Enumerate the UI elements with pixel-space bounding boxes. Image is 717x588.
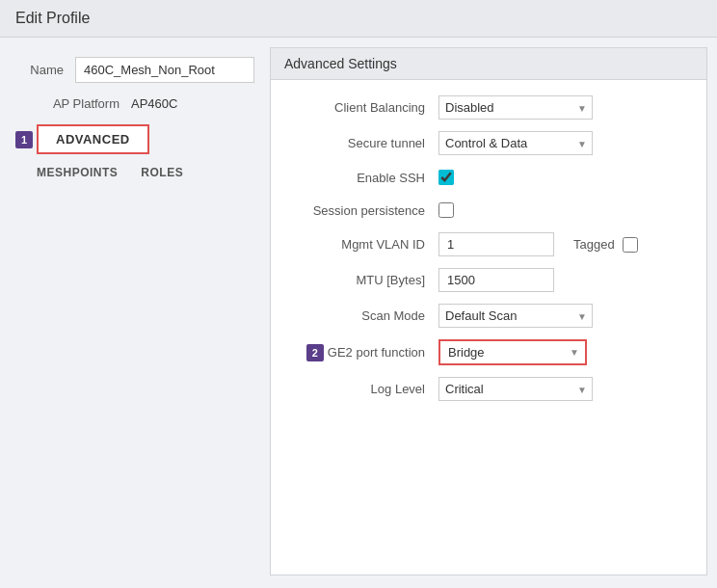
session-persistence-checkbox[interactable] bbox=[438, 202, 454, 218]
advanced-btn-row: 1 ADVANCED bbox=[15, 124, 254, 154]
enable-ssh-label: Enable SSH bbox=[284, 171, 438, 185]
nav-tabs-row: MESHPOINTS ROLES bbox=[15, 162, 254, 183]
panel-header: Advanced Settings bbox=[271, 48, 706, 80]
tab-meshpoints[interactable]: MESHPOINTS bbox=[37, 162, 118, 183]
ge2-port-label: 2GE2 port function bbox=[284, 344, 438, 361]
scan-mode-label: Scan Mode bbox=[284, 308, 438, 323]
enable-ssh-checkbox[interactable] bbox=[438, 170, 454, 185]
right-panel: Advanced Settings Client Balancing Disab… bbox=[270, 47, 707, 575]
mgmt-vlan-label: Mgmt VLAN ID bbox=[284, 237, 438, 252]
session-persistence-label: Session persistence bbox=[284, 203, 438, 218]
client-balancing-dropdown[interactable]: Disabled Enabled bbox=[438, 95, 593, 120]
secure-tunnel-control: Control & Data Control Only Disabled ▼ bbox=[438, 131, 693, 155]
tab-roles[interactable]: ROLES bbox=[141, 162, 183, 183]
client-balancing-dropdown-wrapper: Disabled Enabled ▼ bbox=[438, 95, 593, 120]
enable-ssh-row: Enable SSH bbox=[271, 161, 706, 194]
mtu-input[interactable] bbox=[438, 268, 554, 292]
step2-badge: 2 bbox=[306, 344, 324, 361]
ge2-arrow-icon: ▼ bbox=[570, 347, 585, 358]
ap-platform-row: AP Platform AP460C bbox=[15, 96, 254, 111]
client-balancing-row: Client Balancing Disabled Enabled ▼ bbox=[271, 90, 706, 125]
ap-platform-value: AP460C bbox=[131, 96, 177, 111]
log-level-dropdown[interactable]: Critical Error Warning Info Debug bbox=[438, 377, 593, 401]
name-row: Name bbox=[15, 57, 254, 83]
log-level-control: Critical Error Warning Info Debug ▼ bbox=[438, 377, 693, 401]
scan-mode-row: Scan Mode Default Scan Active Scan Passi… bbox=[271, 298, 706, 334]
secure-tunnel-label: Secure tunnel bbox=[284, 136, 438, 150]
secure-tunnel-dropdown-wrapper: Control & Data Control Only Disabled ▼ bbox=[438, 131, 593, 155]
ge2-port-control: Bridge WAN LAN ▼ bbox=[438, 339, 693, 365]
ge2-highlight-wrapper: Bridge WAN LAN ▼ bbox=[438, 339, 587, 365]
scan-mode-dropdown-wrapper: Default Scan Active Scan Passive Scan ▼ bbox=[438, 304, 593, 328]
secure-tunnel-row: Secure tunnel Control & Data Control Onl… bbox=[271, 125, 706, 161]
ap-platform-label: AP Platform bbox=[15, 96, 131, 111]
mgmt-vlan-row: Mgmt VLAN ID Tagged bbox=[271, 227, 706, 262]
advanced-button[interactable]: ADVANCED bbox=[37, 124, 149, 154]
page-title: Edit Profile bbox=[15, 10, 702, 27]
secure-tunnel-dropdown[interactable]: Control & Data Control Only Disabled bbox=[438, 131, 593, 155]
name-label: Name bbox=[15, 63, 75, 77]
main-content: Name AP Platform AP460C 1 ADVANCED MESHP… bbox=[0, 38, 717, 585]
mgmt-vlan-control: Tagged bbox=[438, 232, 693, 256]
ge2-port-dropdown[interactable]: Bridge WAN LAN bbox=[440, 341, 566, 363]
mtu-row: MTU [Bytes] bbox=[271, 262, 706, 298]
mtu-label: MTU [Bytes] bbox=[284, 273, 438, 287]
left-panel: Name AP Platform AP460C 1 ADVANCED MESHP… bbox=[0, 38, 270, 585]
log-level-label: Log Level bbox=[284, 382, 438, 396]
enable-ssh-control bbox=[438, 170, 693, 185]
settings-content: Client Balancing Disabled Enabled ▼ Secu… bbox=[271, 80, 706, 416]
scan-mode-dropdown[interactable]: Default Scan Active Scan Passive Scan bbox=[438, 304, 593, 328]
scan-mode-control: Default Scan Active Scan Passive Scan ▼ bbox=[438, 304, 693, 328]
mgmt-vlan-input[interactable] bbox=[438, 232, 554, 256]
tagged-label: Tagged bbox=[573, 237, 615, 252]
tagged-checkbox[interactable] bbox=[623, 237, 638, 253]
ge2-port-row: 2GE2 port function Bridge WAN LAN ▼ bbox=[271, 334, 706, 371]
client-balancing-control: Disabled Enabled ▼ bbox=[438, 95, 693, 120]
mtu-control bbox=[438, 268, 693, 292]
ge2-dropdown-wrapper: Bridge WAN LAN bbox=[440, 341, 566, 363]
name-input[interactable] bbox=[75, 57, 254, 83]
session-persistence-row: Session persistence bbox=[271, 194, 706, 227]
page-header: Edit Profile bbox=[0, 0, 717, 38]
client-balancing-label: Client Balancing bbox=[284, 100, 438, 115]
session-persistence-control bbox=[438, 202, 693, 218]
log-level-row: Log Level Critical Error Warning Info De… bbox=[271, 371, 706, 407]
log-level-dropdown-wrapper: Critical Error Warning Info Debug ▼ bbox=[438, 377, 593, 401]
step1-badge: 1 bbox=[15, 131, 33, 148]
